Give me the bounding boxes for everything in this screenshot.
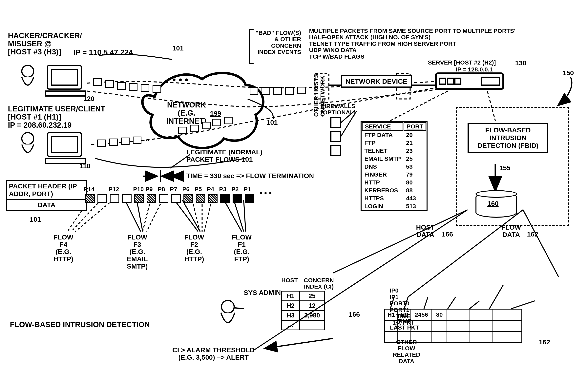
legit-flow-label: LEGITIMATE (NORMAL) PACKET FLOWS 101 [186,149,263,163]
flow-data-ref: 162 [527,230,538,238]
svg-line-32 [265,339,333,348]
svg-rect-42 [331,146,341,155]
legit-label: LEGITIMATE USER/CLIENT [HOST #1 (H1)] IP… [8,105,105,129]
fbid-ref: 155 [499,164,510,171]
packet-header-data: DATA [7,200,86,210]
svg-line-37 [469,301,479,309]
flow-f4-label: FLOW F4 (E.G. HTTP) [54,233,73,263]
svg-line-20 [143,200,151,231]
other-hosts-label: OTHER HOSTS ON NETWORK [313,74,326,117]
network-label: NETWORK (E.G. INTERNET) [166,101,207,125]
svg-line-25 [125,200,141,231]
flow-f2-label: FLOW F2 (E.G. HTTP) [184,233,204,263]
flow-term-label: TIME = 330 sec => FLOW TERMINATION [186,172,314,179]
bad-flows-header: "BAD" FLOW(S) & OTHER CONCERN INDEX EVEN… [256,30,301,56]
packet-header-box: PACKET HEADER (IP ADDR, PORT) DATA [6,180,87,211]
db-ref: 160 [487,200,499,207]
host-ci-h0: HOST [281,277,298,290]
packet-header-title: PACKET HEADER (IP ADDR, PORT) [7,181,86,200]
packet-ref-1: 101 [172,44,184,52]
svg-line-26 [137,200,143,231]
sysadmin-label: SYS ADMIN [244,289,281,296]
svg-line-24 [204,200,212,231]
diagram-title: FLOW-BASED INTRUSION DETECTION [10,321,150,329]
svg-point-49 [22,133,34,145]
flow-f3-label: FLOW F3 (E.G. EMAIL SMTP) [127,233,148,270]
host-ci-h1: CONCERN INDEX (CI) [304,277,334,290]
svg-rect-51 [52,136,77,152]
hacker-label: HACKER/CRACKER/ MISUSER @ [HOST #3 (H3)] [8,32,82,56]
network-device-box: NETWORK DEVICE [341,75,412,88]
network-ref: 199 [210,110,221,117]
svg-text:• • •: • • • [172,74,188,85]
server-ip: IP = 128.0.0.1 [456,66,493,73]
flow-data-label: FLOW DATA [501,224,521,238]
svg-line-39 [511,301,535,309]
server-label: SERVER [HOST #2 (H2)] [428,59,496,66]
legit-ref: 110 [79,162,91,170]
fbid-box: FLOW-BASED INTRUSION DETECTION (FBID) [467,123,548,153]
service-port-table: SERVICEPORTFTP DATA20FTP21TELNET23EMAIL … [361,121,427,211]
flow-table-ref: 162 [539,339,550,346]
svg-line-38 [489,285,503,309]
svg-line-22 [192,200,200,231]
flow-hdr-row: IP0 IP1 PORT0 PORT1 TIME 1st PKT TIME LA… [386,281,423,364]
svg-rect-40 [331,118,341,128]
flow-f1-label: FLOW F1 (E.G. FTP) [232,233,252,263]
svg-rect-41 [331,132,341,141]
host-ci-table: HOST CONCERN INDEX (CI) H125H212H33,980.… [281,277,334,330]
svg-line-31 [244,200,246,231]
svg-rect-48 [46,91,85,96]
svg-line-36 [448,297,456,309]
fbid-box-ref: 150 [563,69,574,76]
svg-line-28 [182,200,200,231]
svg-point-45 [22,65,34,77]
server-ref: 130 [515,59,527,67]
firewall-label: FIREWALLS (OPTIONAL) [321,103,356,116]
host-table-ref: 166 [349,311,360,318]
hacker-ref: 120 [83,95,95,102]
bad-flows-list: MULTIPLE PACKETS FROM SAME SOURCE PORT T… [309,28,515,60]
hacker-ip: IP = 110.5.47.224 [73,49,133,57]
host-data-ref: 166 [442,230,453,238]
svg-line-54 [234,308,244,309]
svg-point-53 [222,301,234,313]
svg-rect-47 [52,69,77,85]
alert-label: CI > ALARM THRESHOLD (E.G. 3,500) –> ALE… [172,346,255,361]
packet-header-ref: 101 [30,216,41,223]
host-data-label: HOST DATA [416,224,435,238]
svg-line-35 [424,297,428,309]
packet-ref-2: 101 [266,119,278,126]
svg-line-27 [174,200,198,231]
